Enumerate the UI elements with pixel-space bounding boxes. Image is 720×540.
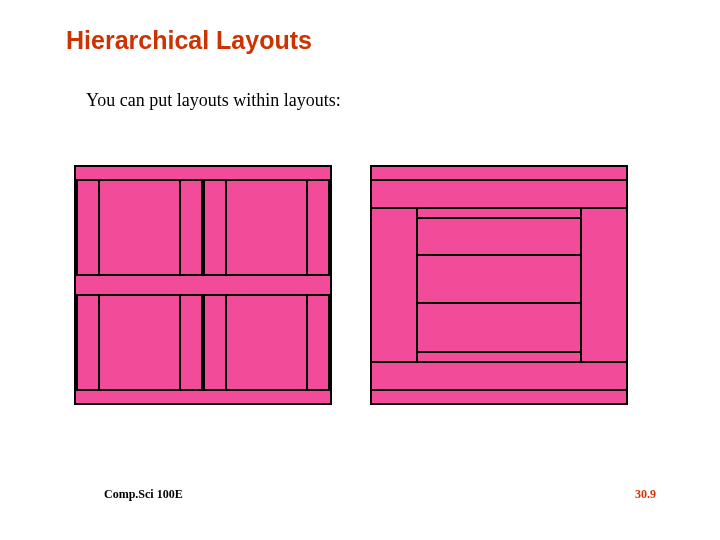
grid-cell [76,294,203,391]
border-north [372,179,626,209]
grid-cell [203,179,330,276]
footer-page-number: 30.9 [635,487,656,502]
slide-subtitle: You can put layouts within layouts: [86,90,341,111]
layout-diagrams [74,165,628,405]
border-center-stack [418,209,580,361]
border-west [372,209,418,361]
grid-layout-diagram [74,165,332,405]
footer-course: Comp.Sci 100E [104,487,183,502]
grid-cell [76,179,203,276]
border-layout-diagram [370,165,628,405]
border-south [372,361,626,391]
slide-title: Hierarchical Layouts [66,26,312,55]
center-slot [418,217,580,256]
center-slot [418,314,580,353]
center-slot [418,266,580,305]
grid-cell [203,294,330,391]
border-east [580,209,626,361]
